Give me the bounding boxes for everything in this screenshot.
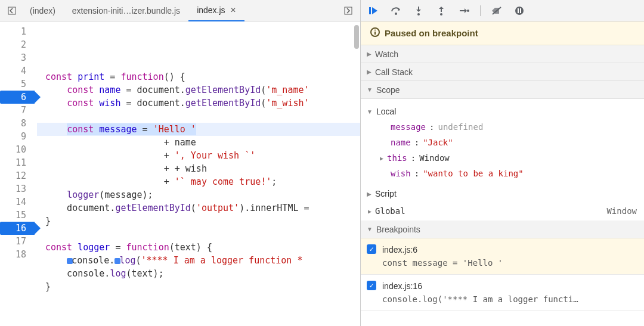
line-number[interactable]: 1	[0, 25, 35, 38]
scope-global-label: Global	[375, 206, 405, 216]
tab-label: extension-initi…izer.bundle.js	[72, 6, 180, 15]
close-icon[interactable]: ✕	[230, 6, 236, 14]
step-out-button[interactable]	[435, 4, 448, 17]
line-number[interactable]: 5	[0, 77, 35, 91]
chevron-down-icon: ▼	[367, 86, 373, 93]
code-line[interactable]: document.getElementById('output').innerH…	[37, 201, 360, 215]
step-into-button[interactable]	[412, 4, 425, 17]
breakpoint-checkbox[interactable]: ✓	[367, 244, 376, 254]
breakpoint-code: console.log('**** I am a logger functi…	[382, 293, 636, 306]
scope-variable[interactable]: name: "Jack"	[380, 135, 638, 150]
prev-tab-button[interactable]	[5, 4, 19, 18]
svg-rect-9	[518, 8, 519, 13]
pause-on-exceptions-button[interactable]	[513, 4, 526, 17]
code-line[interactable]: + ', Your wish `'	[37, 149, 360, 162]
tab-label: (index)	[30, 6, 55, 15]
code-line[interactable]: const logger = function(text) {	[37, 241, 360, 254]
svg-point-4	[417, 13, 420, 15]
source-panel: (index) extension-initi…izer.bundle.js i…	[0, 0, 361, 326]
svg-point-5	[440, 13, 442, 15]
code-line[interactable]	[37, 57, 360, 70]
breakpoint-location: index.js:6	[382, 243, 636, 256]
breakpoint-location: index.js:16	[382, 280, 636, 293]
code-line[interactable]: }	[37, 280, 360, 293]
line-number[interactable]: 11	[0, 156, 35, 169]
deactivate-breakpoints-button[interactable]	[490, 4, 503, 17]
debugger-panel: Paused on breakpoint ▶ Watch ▶ Call Stac…	[361, 0, 644, 326]
code-area[interactable]: const print = function() { const name = …	[37, 21, 360, 326]
scope-local-label: Local	[376, 107, 396, 116]
code-line[interactable]: const name = document.getElementById('m_…	[37, 83, 360, 97]
line-number[interactable]: 14	[0, 195, 35, 209]
svg-rect-10	[520, 8, 521, 13]
code-line[interactable]	[37, 110, 360, 123]
section-label: Scope	[376, 85, 400, 95]
step-over-button[interactable]	[389, 4, 402, 17]
code-line[interactable]	[37, 228, 360, 241]
svg-rect-2	[369, 7, 371, 14]
code-line[interactable]: console.log('**** I am a logger function…	[37, 254, 360, 267]
section-watch[interactable]: ▶ Watch	[361, 45, 644, 63]
line-number[interactable]: 4	[0, 64, 35, 77]
code-line[interactable]: + name	[37, 136, 360, 149]
line-number[interactable]: 7	[0, 104, 35, 117]
section-scope[interactable]: ▼ Scope	[361, 81, 644, 99]
svg-rect-0	[8, 7, 16, 14]
code-editor[interactable]: 123456789101112131415161718 const print …	[0, 21, 360, 326]
scope-variable[interactable]: ▶ this: Window	[380, 150, 638, 166]
line-number[interactable]: 17	[0, 235, 35, 248]
tab-index[interactable]: (index)	[21, 0, 64, 21]
line-number[interactable]: 9	[0, 130, 35, 143]
line-number[interactable]: 18	[0, 248, 35, 261]
scope-script-header[interactable]: ▶ Script	[367, 186, 638, 201]
code-line[interactable]: const print = function() {	[37, 70, 360, 83]
scope-global-header[interactable]: ▶ Global Window	[361, 204, 644, 218]
tab-bar: (index) extension-initi…izer.bundle.js i…	[0, 0, 360, 21]
line-number[interactable]: 8	[0, 117, 35, 130]
scope-local-header[interactable]: ▼ Local	[367, 104, 638, 119]
scrollbar-thumb[interactable]	[354, 25, 359, 49]
tab-label: index.js	[197, 5, 225, 15]
line-number[interactable]: 15	[0, 209, 35, 222]
chevron-right-icon: ▶	[367, 69, 371, 75]
code-line[interactable]: + + wish	[37, 162, 360, 175]
svg-point-6	[467, 10, 469, 12]
paused-banner: Paused on breakpoint	[361, 21, 644, 45]
breakpoint-checkbox[interactable]: ✓	[367, 281, 376, 290]
code-line[interactable]: console.log(text);	[37, 267, 360, 280]
breakpoint-item[interactable]: ✓index.js:16console.log('**** I am a log…	[361, 275, 644, 311]
line-number[interactable]: 16	[0, 222, 35, 235]
svg-point-3	[395, 13, 397, 15]
info-icon	[370, 27, 380, 39]
scope-variable[interactable]: wish: "wanto to be a king"	[380, 166, 638, 181]
step-button[interactable]	[457, 4, 470, 17]
scope-body: ▼ Local message: undefinedname: "Jack"▶ …	[361, 99, 644, 221]
line-number[interactable]: 10	[0, 143, 35, 156]
line-number[interactable]: 6	[0, 91, 35, 104]
code-line[interactable]: const wish = document.getElementById('m_…	[37, 97, 360, 110]
resume-button[interactable]	[367, 4, 380, 17]
code-line[interactable]: + '` may come true!';	[37, 175, 360, 188]
chevron-down-icon: ▼	[367, 108, 373, 115]
tab-extension-bundle[interactable]: extension-initi…izer.bundle.js	[64, 0, 188, 21]
section-callstack[interactable]: ▶ Call Stack	[361, 63, 644, 81]
breakpoints-body: ✓index.js:6const message = 'Hello '✓inde…	[361, 238, 644, 311]
svg-point-8	[515, 7, 524, 15]
breakpoint-item[interactable]: ✓index.js:6const message = 'Hello '	[361, 238, 644, 275]
line-gutter[interactable]: 123456789101112131415161718	[0, 21, 37, 326]
line-number[interactable]: 13	[0, 182, 35, 195]
section-breakpoints[interactable]: ▼ Breakpoints	[361, 221, 644, 238]
paused-message: Paused on breakpoint	[385, 28, 478, 38]
line-number[interactable]: 12	[0, 169, 35, 182]
line-number[interactable]: 3	[0, 51, 35, 64]
debugger-toolbar	[361, 0, 644, 21]
section-label: Breakpoints	[376, 225, 420, 234]
code-line[interactable]: const message = 'Hello '	[37, 123, 360, 136]
scope-variable[interactable]: message: undefined	[380, 119, 638, 135]
code-line[interactable]: }	[37, 215, 360, 228]
line-number[interactable]: 2	[0, 38, 35, 51]
next-tab-button[interactable]	[341, 4, 355, 18]
tab-indexjs[interactable]: index.js ✕	[188, 0, 244, 21]
chevron-right-icon: ▶	[367, 51, 371, 57]
code-line[interactable]: logger(message);	[37, 188, 360, 201]
